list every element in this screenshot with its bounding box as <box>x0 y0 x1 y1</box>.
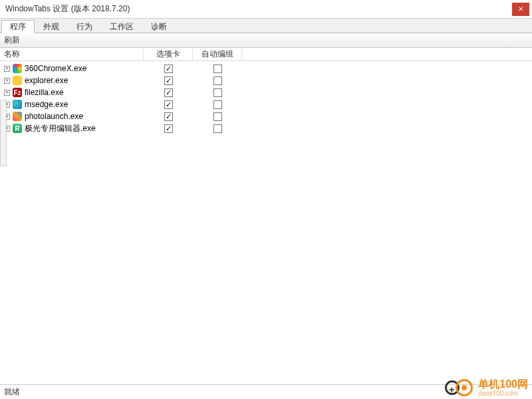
program-name: msedge.exe <box>25 100 68 109</box>
column-header-name[interactable]: 名称 <box>0 48 144 61</box>
program-name: photolaunch.exe <box>25 112 83 121</box>
cell-auto <box>193 124 242 133</box>
cell-name: +msedge.exe <box>0 100 144 109</box>
column-header-row: 名称 选项卡 自动编组 <box>0 48 532 61</box>
column-header-auto[interactable]: 自动编组 <box>193 48 242 61</box>
tree-expand-icon[interactable]: + <box>4 78 10 84</box>
tab-diagnostics[interactable]: 诊断 <box>142 20 176 33</box>
tree-expand-icon[interactable]: + <box>4 90 10 96</box>
table-row[interactable]: +360ChromeX.exe✓ <box>0 63 532 74</box>
cell-auto <box>193 100 242 109</box>
tabs-checkbox[interactable]: ✓ <box>164 112 173 121</box>
cell-auto <box>193 88 242 97</box>
tab-workspace[interactable]: 工作区 <box>101 20 142 33</box>
autogroup-checkbox[interactable] <box>213 100 222 109</box>
tabs-checkbox[interactable]: ✓ <box>164 76 173 85</box>
column-header-tabs[interactable]: 选项卡 <box>144 48 193 61</box>
tree-expand-icon[interactable]: + <box>4 66 10 72</box>
tab-label: 行为 <box>76 21 92 33</box>
tabs-checkbox[interactable]: ✓ <box>164 88 173 97</box>
autogroup-checkbox[interactable] <box>213 88 222 97</box>
app-icon <box>13 100 22 109</box>
cell-name: +explorer.exe <box>0 76 144 85</box>
autogroup-checkbox[interactable] <box>213 112 222 121</box>
tab-behavior[interactable]: 行为 <box>68 20 101 33</box>
program-name: 360ChromeX.exe <box>25 64 86 73</box>
tab-programs[interactable]: 程序 <box>1 20 35 33</box>
tab-label: 工作区 <box>110 21 134 33</box>
status-bar: 就绪 <box>0 384 532 399</box>
tab-label: 外观 <box>43 21 59 33</box>
table-row[interactable]: +explorer.exe✓ <box>0 74 532 86</box>
settings-window: WindowTabs 设置 (版本 2018.7.20) ✕ 程序 外观 行为 … <box>0 0 532 399</box>
tabs-checkbox[interactable]: ✓ <box>164 100 173 109</box>
tabs-checkbox[interactable]: ✓ <box>164 124 173 133</box>
table-row[interactable]: +R极光专用编辑器.exe✓ <box>0 122 532 134</box>
cell-tabs: ✓ <box>144 65 193 73</box>
table-row[interactable]: +photolaunch.exe✓ <box>0 110 532 122</box>
app-icon <box>13 64 22 73</box>
cell-name: +Fzfilezilla.exe <box>0 88 144 97</box>
toolbar: 刷新 <box>0 33 532 48</box>
cell-name: +photolaunch.exe <box>0 112 144 121</box>
close-icon: ✕ <box>518 5 523 13</box>
program-name: explorer.exe <box>25 76 68 85</box>
close-button[interactable]: ✕ <box>512 3 529 16</box>
autogroup-checkbox[interactable] <box>213 76 222 85</box>
tab-appearance[interactable]: 外观 <box>35 20 68 33</box>
tab-label: 程序 <box>10 21 26 33</box>
background-window-edge <box>0 100 7 166</box>
program-name: filezilla.exe <box>25 88 64 97</box>
cell-name: +R极光专用编辑器.exe <box>0 123 144 134</box>
cell-tabs: ✓ <box>144 124 193 133</box>
app-icon <box>13 76 22 85</box>
autogroup-checkbox[interactable] <box>213 65 222 73</box>
tab-label: 诊断 <box>151 21 167 33</box>
cell-auto <box>193 76 242 85</box>
app-icon <box>13 112 22 121</box>
titlebar: WindowTabs 设置 (版本 2018.7.20) ✕ <box>0 0 532 19</box>
cell-auto <box>193 65 242 73</box>
cell-tabs: ✓ <box>144 76 193 85</box>
cell-name: +360ChromeX.exe <box>0 64 144 73</box>
cell-tabs: ✓ <box>144 100 193 109</box>
table-row[interactable]: +Fzfilezilla.exe✓ <box>0 86 532 98</box>
tabs-checkbox[interactable]: ✓ <box>164 65 173 73</box>
tab-bar: 程序 外观 行为 工作区 诊断 <box>0 19 532 33</box>
app-icon: Fz <box>13 88 22 97</box>
cell-tabs: ✓ <box>144 112 193 121</box>
cell-auto <box>193 112 242 121</box>
window-title: WindowTabs 设置 (版本 2018.7.20) <box>5 3 512 15</box>
program-list: +360ChromeX.exe✓+explorer.exe✓+Fzfilezil… <box>0 61 532 384</box>
program-name: 极光专用编辑器.exe <box>25 123 96 134</box>
app-icon: R <box>13 124 22 133</box>
refresh-button[interactable]: 刷新 <box>4 35 20 46</box>
status-text: 就绪 <box>4 386 20 398</box>
autogroup-checkbox[interactable] <box>213 124 222 133</box>
table-row[interactable]: +msedge.exe✓ <box>0 98 532 110</box>
cell-tabs: ✓ <box>144 88 193 97</box>
